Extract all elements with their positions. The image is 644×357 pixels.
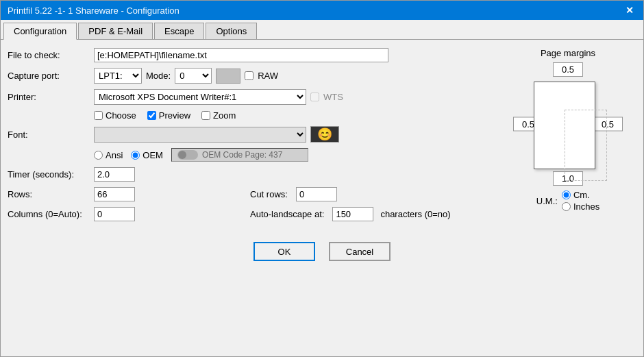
tab-options[interactable]: Options	[206, 23, 257, 39]
cm-item: Cm.	[562, 190, 599, 200]
printer-select[interactable]: Microsoft XPS Document Writer#:1	[94, 89, 306, 105]
inches-radio[interactable]	[562, 202, 571, 211]
titlebar: Printfil 5.22 -1- 1 Shareware - Configur…	[1, 1, 643, 20]
choose-checkbox[interactable]	[94, 111, 103, 120]
tab-bar: Configuration PDF & E-Mail Escape Option…	[1, 20, 643, 40]
choose-label: Choose	[106, 110, 136, 121]
buttons-row: OK Cancel	[1, 234, 643, 268]
capture-port-label: Capture port:	[8, 71, 90, 81]
um-options: Cm. Inches	[562, 190, 599, 212]
close-button[interactable]: ✕	[623, 5, 636, 16]
choose-preview-zoom-row: Choose Preview Zoom	[94, 110, 493, 121]
cut-rows-row: Cut rows:	[250, 187, 493, 201]
zoom-item: Zoom	[201, 110, 236, 121]
window-title: Printfil 5.22 -1- 1 Shareware - Configur…	[8, 5, 179, 16]
font-controls: 😊	[94, 126, 339, 143]
font-icon: 😊	[317, 127, 332, 142]
main-content: File to check: Capture port: LPT1: Mode:…	[1, 40, 643, 234]
page-rect-inner	[565, 110, 607, 181]
zoom-label: Zoom	[213, 110, 236, 121]
auto-landscape-input[interactable]	[332, 207, 373, 221]
oem-toggle-icon	[177, 150, 198, 160]
lpt-select[interactable]: LPT1:	[94, 68, 142, 84]
main-window: Printfil 5.22 -1- 1 Shareware - Configur…	[0, 0, 644, 357]
timer-row: Timer (seconds):	[8, 167, 493, 182]
printer-row: Printer: Microsoft XPS Document Writer#:…	[8, 89, 493, 105]
margin-top-input[interactable]	[553, 62, 583, 77]
left-panel: File to check: Capture port: LPT1: Mode:…	[8, 48, 493, 227]
raw-checkbox[interactable]	[245, 71, 253, 80]
wts-checkbox[interactable]	[310, 93, 319, 101]
rows-label: Rows:	[8, 189, 90, 199]
left-bottom-panel: Rows: Columns (0=Auto):	[8, 187, 250, 227]
mode-select[interactable]: 0	[175, 68, 212, 84]
characters-suffix: characters (0=no)	[380, 209, 450, 219]
inches-item: Inches	[562, 201, 599, 212]
file-to-check-row: File to check:	[8, 48, 493, 62]
cut-rows-input[interactable]	[296, 187, 337, 201]
right-bottom-panel: Cut rows: Auto-landscape at: characters …	[250, 187, 493, 227]
bottom-rows: Rows: Columns (0=Auto): Cut rows:	[8, 187, 493, 227]
capture-port-controls: LPT1: Mode: 0 RAW	[94, 68, 278, 84]
zoom-checkbox[interactable]	[201, 111, 210, 120]
timer-input[interactable]	[94, 167, 135, 182]
oem-item: OEM	[131, 150, 163, 160]
wts-label: WTS	[323, 92, 343, 102]
file-to-check-label: File to check:	[8, 50, 90, 60]
rows-row: Rows:	[8, 187, 250, 201]
cm-label: Cm.	[573, 190, 590, 200]
mode-label: Mode:	[146, 71, 171, 81]
capture-port-row: Capture port: LPT1: Mode: 0 RAW	[8, 68, 493, 84]
ansi-oem-row: Ansi OEM OEM Code Page: 437	[94, 148, 493, 162]
preview-checkbox[interactable]	[147, 111, 156, 120]
oem-codepage-label: OEM Code Page: 437	[202, 150, 282, 160]
font-label: Font:	[8, 130, 90, 140]
cancel-button[interactable]: Cancel	[329, 242, 391, 261]
inches-label: Inches	[573, 201, 599, 212]
auto-landscape-label: Auto-landscape at:	[250, 209, 324, 219]
ansi-radio[interactable]	[94, 151, 103, 160]
preview-item: Preview	[147, 110, 190, 121]
preview-label: Preview	[159, 110, 190, 121]
um-label: U.M.:	[536, 196, 558, 206]
font-select[interactable]	[94, 127, 306, 143]
choose-item: Choose	[94, 110, 136, 121]
oem-label: OEM	[143, 150, 163, 160]
timer-label: Timer (seconds):	[8, 169, 90, 180]
page-diagram	[513, 62, 623, 186]
margin-top-label	[553, 62, 583, 77]
raw-label: RAW	[258, 71, 278, 81]
page-margins-title: Page margins	[541, 48, 595, 58]
font-row: Font: 😊	[8, 126, 493, 143]
right-panel: Page margins	[499, 48, 636, 227]
page-rect	[534, 82, 595, 169]
rows-input[interactable]	[94, 187, 135, 201]
cm-radio[interactable]	[562, 190, 571, 199]
oem-radio[interactable]	[131, 151, 140, 160]
columns-label: Columns (0=Auto):	[8, 209, 90, 219]
ok-button[interactable]: OK	[253, 242, 315, 261]
tab-pdf-email[interactable]: PDF & E-Mail	[78, 23, 153, 39]
tab-configuration[interactable]: Configuration	[3, 23, 77, 40]
ansi-item: Ansi	[94, 150, 123, 160]
tab-escape[interactable]: Escape	[154, 23, 204, 39]
auto-landscape-row: Auto-landscape at: characters (0=no)	[250, 207, 493, 221]
font-icon-button[interactable]: 😊	[310, 126, 339, 143]
color-button[interactable]	[216, 69, 240, 84]
printer-label: Printer:	[8, 92, 90, 102]
cut-rows-label: Cut rows:	[250, 189, 288, 199]
oem-codepage-display: OEM Code Page: 437	[171, 148, 308, 162]
ansi-label: Ansi	[106, 150, 123, 160]
um-row: U.M.: Cm. Inches	[536, 190, 599, 212]
columns-input[interactable]	[94, 207, 135, 221]
printer-controls: Microsoft XPS Document Writer#:1 WTS	[94, 89, 343, 105]
file-to-check-input[interactable]	[94, 48, 388, 62]
columns-row: Columns (0=Auto):	[8, 207, 250, 221]
